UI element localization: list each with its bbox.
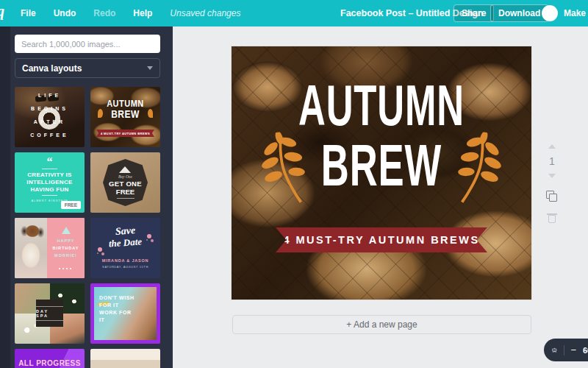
quote-icon: “ <box>15 155 85 169</box>
template-birthday[interactable]: HAPPY BIRTHDAY MORRIE! <box>15 218 85 278</box>
template-grid: LIFE BEGINS AFTER COFFEE AUTUMN BREW 4 M… <box>15 87 160 368</box>
download-button[interactable]: Download <box>490 4 548 22</box>
divider <box>42 195 57 196</box>
design-title-line2: BREW <box>254 131 509 199</box>
template-all-progress[interactable]: ALL PROGRESS <box>15 349 85 368</box>
template-blank[interactable] <box>90 349 160 368</box>
template-text: IT <box>99 317 104 322</box>
template-text: BEGINS <box>15 106 85 111</box>
flower-decor <box>98 247 102 252</box>
page-controls: 1 <box>544 144 560 223</box>
topbar: q File Undo Redo Help Unsaved changes Fa… <box>0 0 588 26</box>
template-text: GET ONE <box>90 180 160 188</box>
avatar[interactable] <box>542 5 558 21</box>
make-public-label[interactable]: Make pu <box>564 0 588 26</box>
unsaved-changes-status: Unsaved changes <box>170 8 240 18</box>
divider <box>42 169 57 169</box>
mountain-icon <box>119 166 131 173</box>
chevron-down-icon <box>147 66 153 70</box>
beagle-photo <box>15 218 47 278</box>
template-day-spa[interactable]: DAY SPA <box>15 283 85 344</box>
zoom-toolbar: − 66% <box>544 339 588 361</box>
template-ribbon: 4 MUST-TRY AUTUMN BREWS <box>96 130 154 137</box>
template-text: BIRTHDAY <box>47 246 85 250</box>
template-coffee[interactable]: LIFE BEGINS AFTER COFFEE <box>15 87 85 147</box>
divider <box>117 198 135 199</box>
add-new-page-button[interactable]: + Add a new page <box>232 315 531 334</box>
delete-page-icon[interactable] <box>548 215 556 223</box>
design-page[interactable]: AUTUMN BREW 4 MUST-TRY AUTUMN BREWS <box>232 46 531 300</box>
template-text: FOR IT <box>99 302 119 308</box>
template-get-one-free[interactable]: Buy One GET ONE FREE <box>90 152 160 213</box>
sidebar-edge-strip <box>0 26 10 368</box>
page-number: 1 <box>549 155 555 167</box>
template-text: COFFEE <box>15 132 85 138</box>
sidebar: Canva layouts LIFE BEGINS AFTER COFFEE A… <box>0 26 173 368</box>
template-text: DON'T WISH <box>99 295 135 300</box>
canva-logo-partial[interactable]: q <box>0 3 4 20</box>
move-page-up-icon[interactable] <box>548 144 556 149</box>
template-text: AFTER <box>15 119 85 124</box>
design-ribbon: 4 MUST-TRY AUTUMN BREWS <box>276 227 487 252</box>
menu-undo[interactable]: Undo <box>54 8 76 18</box>
template-text: INTELLIGENCE <box>15 179 85 185</box>
design-title-line1: AUTUMN <box>254 73 509 139</box>
template-dont-wish[interactable]: DON'T WISH FOR IT WORK FOR IT <box>90 283 160 344</box>
leaf-decor <box>98 109 103 118</box>
template-text: DAY SPA <box>36 306 63 321</box>
duplicate-page-icon[interactable] <box>546 191 558 202</box>
template-text: HAVING FUN <box>15 186 85 193</box>
template-text: Buy One <box>90 174 160 179</box>
template-text: FREE <box>90 188 160 196</box>
move-page-down-icon[interactable] <box>548 174 556 178</box>
template-text: MORRIE! <box>47 253 85 258</box>
search-input[interactable] <box>15 35 160 53</box>
presentation-icon[interactable] <box>552 344 557 356</box>
flower-decor <box>147 234 151 238</box>
template-text: CREATIVITY IS <box>15 171 85 178</box>
template-text: ALL PROGRESS <box>15 359 85 367</box>
layouts-dropdown[interactable]: Canva layouts <box>15 58 160 78</box>
zoom-out-button[interactable]: − <box>570 345 576 355</box>
zoom-level: 66% <box>583 346 588 355</box>
share-button[interactable]: Share <box>453 4 494 22</box>
menu-file[interactable]: File <box>21 8 36 18</box>
date-decor <box>59 268 74 269</box>
template-save-the-date[interactable]: Save the Date MIRANDA & JASON SATURDAY, … <box>90 218 160 278</box>
leaf-decor <box>148 109 153 118</box>
template-autumn-brew[interactable]: AUTUMN BREW 4 MUST-TRY AUTUMN BREWS <box>90 87 160 147</box>
party-hat-icon <box>62 227 71 234</box>
template-text: HAPPY <box>47 238 85 243</box>
template-text: WORK FOR <box>99 310 132 315</box>
free-badge: FREE <box>61 201 81 209</box>
label-plate: DAY SPA <box>36 300 63 327</box>
editor-canvas-area: AUTUMN BREW 4 MUST-TRY AUTUMN BREWS + Ad… <box>173 26 588 368</box>
template-text: SATURDAY, AUGUST 15TH <box>90 265 160 269</box>
layouts-dropdown-label: Canva layouts <box>22 63 147 74</box>
topbar-menu: File Undo Redo Help Unsaved changes <box>21 0 240 26</box>
menu-redo[interactable]: Redo <box>93 8 115 18</box>
template-text: MIRANDA & JASON <box>90 258 160 263</box>
template-creativity-quote[interactable]: “ CREATIVITY IS INTELLIGENCE HAVING FUN … <box>15 152 85 213</box>
template-text: LIFE <box>15 93 85 98</box>
template-text: AUTUMN <box>90 98 160 108</box>
menu-help[interactable]: Help <box>133 8 152 18</box>
